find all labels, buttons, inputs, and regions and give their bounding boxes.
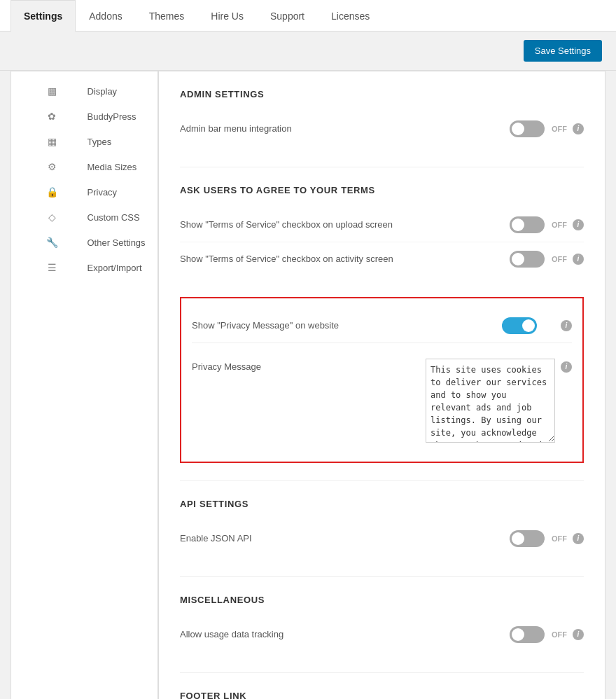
label-admin-bar: Admin bar menu integration — [180, 123, 510, 135]
sidebar-item-other-settings[interactable]: 🔧 Other Settings — [11, 230, 158, 255]
toggle-tos-upload-slider — [510, 216, 545, 233]
info-tos-upload[interactable]: i — [573, 219, 584, 230]
divider-2 — [180, 480, 584, 481]
toggle-json-api-label: OFF — [552, 534, 567, 543]
main-content-wrapper: ▩ Display ✿ BuddyPress ▦ Types ⚙ Media S… — [10, 71, 606, 699]
control-tos-upload: OFF i — [510, 216, 584, 233]
toggle-admin-bar-slider — [510, 120, 545, 137]
sidebar-item-media-sizes[interactable]: ⚙ Media Sizes — [11, 154, 158, 179]
row-admin-bar: Admin bar menu integration OFF i — [180, 112, 584, 146]
sidebar-label-privacy: Privacy — [88, 187, 147, 198]
info-privacy-message[interactable]: i — [561, 361, 572, 373]
toggle-json-api[interactable] — [510, 530, 545, 547]
section-footer-link: FOOTER LINK Add a link to rtMedia in foo… — [180, 691, 584, 699]
save-settings-button-top[interactable]: Save Settings — [524, 40, 602, 62]
info-admin-bar[interactable]: i — [573, 123, 584, 134]
toggle-usage-tracking-slider — [510, 626, 545, 643]
toggle-privacy-slider — [502, 317, 537, 334]
types-icon: ▦ — [22, 136, 82, 147]
toggle-usage-tracking[interactable] — [510, 626, 545, 643]
toggle-privacy-label: ON — [544, 321, 556, 330]
tab-hire-us[interactable]: Hire Us — [197, 0, 257, 32]
export-import-icon: ☰ — [22, 262, 82, 273]
media-sizes-icon: ⚙ — [22, 161, 82, 172]
toggle-json-api-slider — [510, 530, 545, 547]
tab-support[interactable]: Support — [257, 0, 318, 32]
info-json-api[interactable]: i — [573, 533, 584, 544]
toggle-usage-tracking-label: OFF — [552, 630, 567, 639]
row-tos-upload: Show "Terms of Service" checkbox on uplo… — [180, 208, 584, 242]
privacy-message-textarea[interactable]: This site uses cookies to deliver our se… — [426, 359, 555, 443]
tab-settings[interactable]: Settings — [10, 0, 76, 32]
api-title: API SETTINGS — [180, 499, 584, 509]
toggle-tos-activity[interactable] — [510, 251, 545, 268]
toggle-tos-activity-label: OFF — [552, 255, 567, 263]
toggle-admin-bar[interactable] — [510, 120, 545, 137]
row-privacy-message-text: Privacy Message This site uses cookies t… — [192, 350, 572, 451]
toggle-tos-activity-slider — [510, 251, 545, 268]
section-misc: MISCELLANEOUS Allow usage data tracking … — [180, 595, 584, 651]
sidebar-label-buddypress: BuddyPress — [88, 111, 147, 122]
privacy-icon: 🔒 — [22, 186, 82, 198]
info-usage-tracking[interactable]: i — [573, 629, 584, 640]
sidebar-label-custom-css: Custom CSS — [88, 212, 147, 223]
highlighted-privacy-section: Show "Privacy Message" on website ON i P… — [180, 297, 584, 463]
label-json-api: Enable JSON API — [180, 532, 510, 545]
sidebar: ▩ Display ✿ BuddyPress ▦ Types ⚙ Media S… — [11, 71, 158, 699]
toggle-admin-bar-label: OFF — [552, 125, 567, 133]
label-usage-tracking: Allow usage data tracking — [180, 628, 510, 641]
section-admin-settings: ADMIN SETTINGS Admin bar menu integratio… — [180, 89, 584, 146]
top-nav: Settings Addons Themes Hire Us Support L… — [0, 0, 616, 32]
info-privacy-message-toggle[interactable]: i — [561, 320, 572, 331]
sidebar-label-export-import: Export/Import — [88, 263, 147, 273]
footer-link-title: FOOTER LINK — [180, 691, 584, 699]
control-privacy-message: This site uses cookies to deliver our se… — [426, 359, 572, 443]
sidebar-label-media-sizes: Media Sizes — [88, 162, 147, 172]
admin-settings-title: ADMIN SETTINGS — [180, 89, 584, 99]
custom-css-icon: ◇ — [22, 212, 82, 223]
display-icon: ▩ — [22, 85, 82, 97]
row-privacy-message-toggle: Show "Privacy Message" on website ON i — [192, 309, 572, 343]
sidebar-item-custom-css[interactable]: ◇ Custom CSS — [11, 205, 158, 230]
control-admin-bar: OFF i — [510, 120, 584, 137]
divider-1 — [180, 167, 584, 167]
control-privacy-message-toggle: ON i — [502, 317, 573, 334]
info-tos-activity[interactable]: i — [573, 254, 584, 265]
sidebar-item-privacy[interactable]: 🔒 Privacy — [11, 179, 158, 205]
divider-3 — [180, 576, 584, 577]
row-tos-activity: Show "Terms of Service" checkbox on acti… — [180, 242, 584, 276]
sidebar-label-types: Types — [88, 137, 147, 147]
terms-title: ASK USERS TO AGREE TO YOUR TERMS — [180, 185, 584, 195]
label-tos-activity: Show "Terms of Service" checkbox on acti… — [180, 253, 510, 265]
tab-addons[interactable]: Addons — [76, 0, 135, 32]
other-settings-icon: 🔧 — [22, 237, 82, 248]
section-terms: ASK USERS TO AGREE TO YOUR TERMS Show "T… — [180, 185, 584, 276]
misc-title: MISCELLANEOUS — [180, 595, 584, 605]
settings-content: ADMIN SETTINGS Admin bar menu integratio… — [158, 71, 605, 699]
toggle-privacy-message[interactable] — [502, 317, 537, 334]
control-json-api: OFF i — [510, 530, 584, 547]
label-privacy-message-toggle: Show "Privacy Message" on website — [192, 319, 502, 332]
sidebar-label-other-settings: Other Settings — [88, 237, 147, 248]
divider-4 — [180, 672, 584, 673]
control-tos-activity: OFF i — [510, 251, 584, 268]
tab-themes[interactable]: Themes — [136, 0, 198, 32]
label-privacy-message: Privacy Message — [192, 359, 426, 372]
row-usage-tracking: Allow usage data tracking OFF i — [180, 618, 584, 651]
sidebar-item-types[interactable]: ▦ Types — [11, 129, 158, 154]
sidebar-item-export-import[interactable]: ☰ Export/Import — [11, 255, 158, 280]
save-bar-top: Save Settings — [0, 32, 616, 71]
tab-licenses[interactable]: Licenses — [318, 0, 383, 32]
row-json-api: Enable JSON API OFF i — [180, 522, 584, 555]
sidebar-label-display: Display — [88, 86, 147, 97]
buddypress-icon: ✿ — [22, 111, 82, 122]
label-tos-upload: Show "Terms of Service" checkbox on uplo… — [180, 219, 510, 231]
control-usage-tracking: OFF i — [510, 626, 584, 643]
sidebar-item-display[interactable]: ▩ Display — [11, 78, 158, 104]
sidebar-item-buddypress[interactable]: ✿ BuddyPress — [11, 104, 158, 129]
toggle-tos-upload[interactable] — [510, 216, 545, 233]
toggle-tos-upload-label: OFF — [552, 221, 567, 229]
section-api: API SETTINGS Enable JSON API OFF i — [180, 499, 584, 555]
